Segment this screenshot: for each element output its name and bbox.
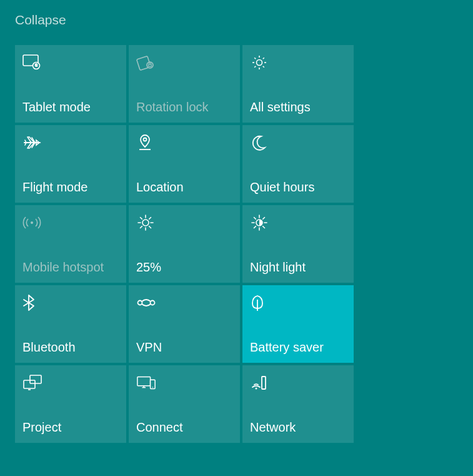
tile-label: Network (250, 420, 346, 434)
airplane-icon (22, 133, 42, 153)
tile-project[interactable]: Project (15, 365, 126, 443)
vpn-icon (136, 293, 156, 313)
tile-brightness[interactable]: 25% (129, 205, 240, 283)
svg-point-7 (144, 138, 147, 141)
svg-rect-31 (24, 380, 35, 388)
tile-network[interactable]: Network (242, 365, 354, 443)
tile-connect[interactable]: Connect (129, 365, 240, 443)
svg-line-26 (263, 218, 265, 220)
night-light-icon (250, 213, 270, 233)
rotation-lock-icon (136, 53, 156, 73)
svg-line-24 (254, 218, 256, 220)
svg-point-6 (257, 60, 262, 66)
svg-rect-34 (137, 377, 151, 386)
tile-label: Project (22, 420, 119, 434)
collapse-link[interactable]: Collapse (15, 13, 66, 28)
tablet-mode-icon (22, 53, 42, 73)
moon-icon (250, 133, 270, 153)
svg-rect-39 (262, 377, 266, 389)
project-screens-icon (22, 373, 42, 393)
tile-vpn[interactable]: VPN (129, 285, 240, 363)
svg-rect-32 (30, 375, 41, 383)
tile-label: Rotation lock (136, 100, 232, 114)
tile-mobile-hotspot: Mobile hotspot (15, 205, 126, 283)
network-wifi-icon (250, 373, 270, 393)
tile-all-settings[interactable]: All settings (242, 45, 354, 123)
tile-label: Connect (136, 420, 232, 434)
svg-line-17 (149, 218, 151, 220)
tile-location[interactable]: Location (129, 125, 240, 203)
tile-night-light[interactable]: Night light (242, 205, 354, 283)
tile-flight-mode[interactable]: Flight mode (15, 125, 126, 203)
tile-label: Quiet hours (250, 180, 346, 194)
tile-rotation-lock: Rotation lock (129, 45, 240, 123)
tile-label: Battery saver (250, 340, 346, 354)
bluetooth-icon (22, 293, 42, 313)
tile-label: Tablet mode (22, 100, 119, 114)
svg-line-15 (141, 218, 142, 220)
svg-line-16 (149, 226, 151, 228)
tile-quiet-hours[interactable]: Quiet hours (242, 125, 354, 203)
tile-battery-saver[interactable]: Battery saver (242, 285, 354, 363)
tile-label: Mobile hotspot (22, 260, 119, 274)
tile-label: 25% (136, 260, 232, 274)
svg-line-27 (254, 226, 256, 228)
svg-point-38 (152, 387, 154, 388)
battery-saver-leaf-icon (250, 293, 270, 313)
svg-point-10 (142, 220, 149, 226)
location-pin-icon (136, 133, 156, 153)
svg-line-25 (263, 226, 265, 228)
brightness-icon (136, 213, 156, 233)
svg-point-40 (256, 388, 257, 390)
connect-devices-icon (136, 373, 156, 393)
settings-gear-icon (250, 53, 270, 73)
quick-actions-grid: Tablet mode Rotation lock (15, 45, 458, 443)
tile-label: Night light (250, 260, 346, 274)
tile-label: VPN (136, 340, 232, 354)
svg-line-18 (141, 226, 142, 228)
tile-label: Bluetooth (22, 340, 119, 354)
tile-label: All settings (250, 100, 346, 114)
tile-label: Location (136, 180, 232, 194)
hotspot-icon (22, 213, 42, 233)
svg-point-9 (31, 221, 33, 224)
tile-label: Flight mode (22, 180, 119, 194)
tile-bluetooth[interactable]: Bluetooth (15, 285, 126, 363)
tile-tablet-mode[interactable]: Tablet mode (15, 45, 126, 123)
